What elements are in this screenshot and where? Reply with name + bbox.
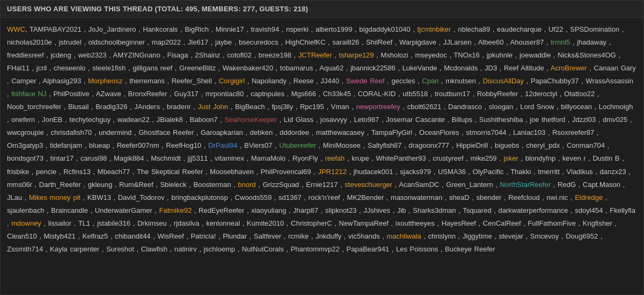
- user-link[interactable]: DiscusAllDay: [482, 77, 524, 85]
- user-link[interactable]: trmnl5: [551, 38, 570, 46]
- user-link[interactable]: tjcmtnbiker: [417, 25, 451, 33]
- user-link[interactable]: Eldredge: [575, 193, 603, 202]
- user-link[interactable]: steveschuerger: [345, 181, 392, 189]
- user-link[interactable]: WWC: [7, 25, 25, 33]
- thread-viewers-panel: USERS WHO ARE VIEWING THIS THREAD (TOTAL…: [0, 0, 644, 295]
- user-link[interactable]: Just John: [197, 103, 228, 111]
- user-link[interactable]: JPR1212: [318, 168, 346, 176]
- user-link[interactable]: bnord: [238, 181, 255, 189]
- user-link[interactable]: Mikes money pit: [29, 193, 80, 202]
- user-link[interactable]: tsharpe129: [339, 51, 374, 59]
- user-link[interactable]: fishface NJ: [11, 90, 46, 98]
- user-link[interactable]: machliwala: [386, 232, 421, 240]
- user-link[interactable]: JCTReefer: [298, 51, 332, 59]
- user-link[interactable]: Morpheosz: [88, 77, 122, 85]
- user-link[interactable]: Fatmike92: [159, 206, 192, 214]
- users-list: WWC, TAMPABAY2021 , JoJo_Jardinero , Han…: [1, 18, 643, 261]
- user-link[interactable]: reefah: [325, 154, 345, 162]
- user-link[interactable]: Cpan: [422, 77, 438, 85]
- user-link[interactable]: Swede Reef: [346, 77, 385, 85]
- user-link[interactable]: Corgigirl: [219, 77, 245, 85]
- user-link[interactable]: SeahorseKeeper: [224, 116, 277, 124]
- user-link[interactable]: mdowney: [11, 219, 41, 227]
- user-link[interactable]: AcroBrewer: [551, 64, 587, 72]
- panel-header: USERS WHO ARE VIEWING THIS THREAD (TOTAL…: [1, 1, 643, 18]
- user-link[interactable]: DrPaul84: [208, 141, 237, 149]
- user-link[interactable]: Utubereefer: [279, 141, 316, 149]
- user-link[interactable]: jsker: [503, 154, 518, 162]
- user-link[interactable]: newportreefey: [356, 103, 400, 111]
- user-link[interactable]: NorthStarReefer: [500, 181, 551, 189]
